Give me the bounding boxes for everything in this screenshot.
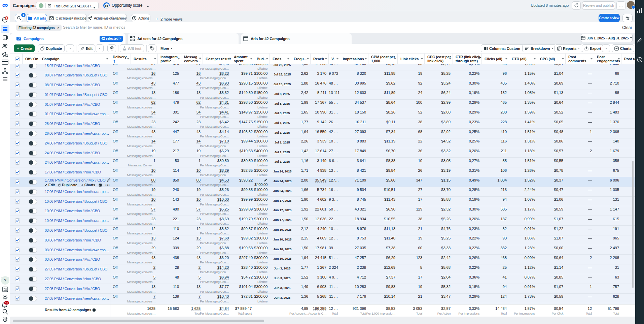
svg-text:1: 1 xyxy=(6,17,7,19)
svg-text:41: 41 xyxy=(5,301,8,304)
